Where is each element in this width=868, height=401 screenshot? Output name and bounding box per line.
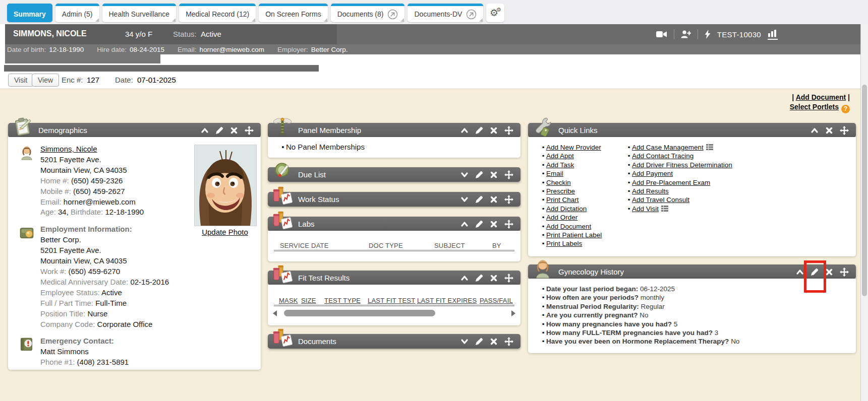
move-icon[interactable]	[504, 170, 513, 179]
move-icon[interactable]	[504, 274, 513, 283]
quick-link[interactable]: Checkin	[546, 178, 571, 187]
quick-link[interactable]: Add Contact Tracing	[632, 152, 693, 160]
expand-icon[interactable]	[460, 171, 469, 179]
quick-link[interactable]: Add Visit	[632, 205, 659, 213]
scroll-left-arrow[interactable]	[273, 310, 277, 316]
expand-icon[interactable]	[460, 195, 469, 204]
quick-link[interactable]: Add Pre-Placement Exam	[632, 178, 710, 187]
vertical-scrollbar[interactable]	[860, 24, 868, 401]
edit-icon[interactable]	[475, 171, 483, 179]
edit-icon[interactable]	[475, 338, 483, 346]
quick-link[interactable]: Print Patient Label	[546, 231, 602, 239]
quick-link[interactable]: Add Results	[632, 187, 669, 195]
tab-medical-record[interactable]: Medical Record (12)	[179, 4, 256, 22]
quick-link[interactable]: Add Document	[546, 222, 591, 231]
collapse-icon[interactable]	[460, 274, 469, 282]
edit-icon[interactable]	[811, 268, 819, 276]
add-document-link[interactable]: Add Document	[796, 93, 846, 101]
emergency-name: Matt Simmons	[40, 347, 129, 357]
tab-admin[interactable]: Admin (5)	[55, 4, 99, 22]
fit-test-column-header[interactable]: LAST FIT EXPIRES	[417, 297, 477, 304]
patient-name-link[interactable]: Simmons, Nicole	[40, 145, 97, 153]
scrollbar-thumb[interactable]	[284, 310, 435, 316]
fit-test-column-header[interactable]: SIZE	[301, 297, 316, 304]
quick-link[interactable]: Add Dictation	[546, 205, 587, 213]
add-person-icon[interactable]	[681, 30, 691, 38]
move-icon[interactable]	[840, 126, 849, 135]
quick-link[interactable]: Print Chart	[546, 195, 579, 204]
close-icon[interactable]	[490, 274, 498, 282]
scroll-right-arrow[interactable]	[511, 310, 515, 316]
tab-documents-dv[interactable]: Documents-DV	[408, 4, 483, 22]
quick-link[interactable]: Add Appt	[546, 152, 574, 160]
move-icon[interactable]	[504, 195, 513, 204]
bar-chart-icon[interactable]	[768, 29, 778, 40]
collapse-icon[interactable]	[460, 126, 469, 135]
edit-icon[interactable]	[215, 126, 223, 135]
quick-link[interactable]: Prescribe	[546, 187, 575, 195]
close-icon[interactable]	[490, 338, 498, 346]
close-icon[interactable]	[490, 126, 498, 135]
fit-test-column-header[interactable]: LAST FIT TEST	[368, 297, 415, 304]
popout-icon[interactable]	[466, 9, 477, 20]
collapse-icon[interactable]	[796, 268, 804, 276]
move-icon[interactable]	[840, 268, 849, 277]
quick-link[interactable]: Add Travel Consult	[632, 195, 689, 204]
help-icon[interactable]: ?	[841, 105, 850, 113]
move-icon[interactable]	[245, 126, 254, 135]
close-icon[interactable]	[490, 220, 498, 228]
visit-button[interactable]: Visit	[8, 74, 33, 87]
patient-photo[interactable]	[194, 145, 257, 226]
edit-icon[interactable]	[475, 274, 483, 282]
view-button[interactable]: View	[32, 74, 59, 87]
select-portlets-link[interactable]: Select Portlets	[790, 103, 839, 111]
close-icon[interactable]	[825, 126, 833, 135]
portlet-title: Panel Membership	[298, 126, 361, 135]
quick-link[interactable]: Email	[546, 169, 563, 178]
quick-link[interactable]: Add New Provider	[546, 143, 601, 152]
quick-link[interactable]: Add Case Management	[632, 144, 704, 151]
move-icon[interactable]	[504, 220, 513, 229]
quick-link[interactable]: Add Payment	[632, 169, 673, 178]
tab-on-screen-forms[interactable]: On Screen Forms	[259, 4, 327, 22]
edit-icon[interactable]	[475, 126, 483, 135]
labs-column-header: DOC TYPE	[369, 242, 403, 249]
portlet-title: Gynecology History	[558, 268, 624, 276]
move-icon[interactable]	[504, 126, 513, 135]
tab-documents[interactable]: Documents (8)	[331, 4, 405, 22]
close-icon[interactable]	[490, 195, 498, 204]
close-icon[interactable]	[825, 268, 833, 276]
lightning-bolt-icon[interactable]	[705, 30, 711, 39]
expand-icon[interactable]	[460, 338, 469, 346]
quick-link[interactable]: Add Driver Fitness Determination	[632, 161, 732, 169]
tab-health-surveillance[interactable]: Health Surveillance	[102, 4, 177, 22]
move-icon[interactable]	[504, 337, 513, 346]
birthdate-value: 12-18-1990	[105, 208, 144, 216]
fit-test-column-header[interactable]: PASS/FAIL	[480, 297, 513, 304]
quick-link[interactable]: Print Labels	[546, 239, 582, 248]
close-icon[interactable]	[230, 126, 238, 135]
collapse-icon[interactable]	[460, 220, 469, 228]
position-value: Nurse	[87, 309, 107, 318]
fit-test-column-header[interactable]: TEST TYPE	[324, 297, 361, 304]
update-photo-link[interactable]: Update Photo	[202, 228, 248, 236]
scrollbar-thumb[interactable]	[862, 85, 867, 296]
close-icon[interactable]	[490, 171, 498, 179]
edit-icon[interactable]	[475, 220, 483, 228]
fulltime-label: Full / Part Time:	[40, 299, 93, 307]
collapse-icon[interactable]	[201, 126, 209, 135]
collapse-icon[interactable]	[811, 126, 819, 135]
gyn-answer: No	[731, 338, 739, 345]
employee-status-label: Employee Status:	[40, 288, 100, 297]
tab-settings-gear[interactable]: ⚙⚙	[486, 4, 504, 22]
tab-summary[interactable]: Summary	[7, 4, 52, 22]
quick-link[interactable]: Add Order	[546, 213, 577, 222]
pipe: |	[848, 93, 850, 101]
quick-link[interactable]: Add Task	[546, 161, 574, 169]
edit-icon[interactable]	[475, 195, 483, 204]
scrollbar-track[interactable]	[280, 310, 508, 316]
popout-icon[interactable]	[387, 9, 398, 20]
wrench-icon	[532, 116, 553, 138]
video-camera-icon[interactable]	[656, 31, 667, 38]
fit-test-column-header[interactable]: MASK	[279, 297, 298, 304]
